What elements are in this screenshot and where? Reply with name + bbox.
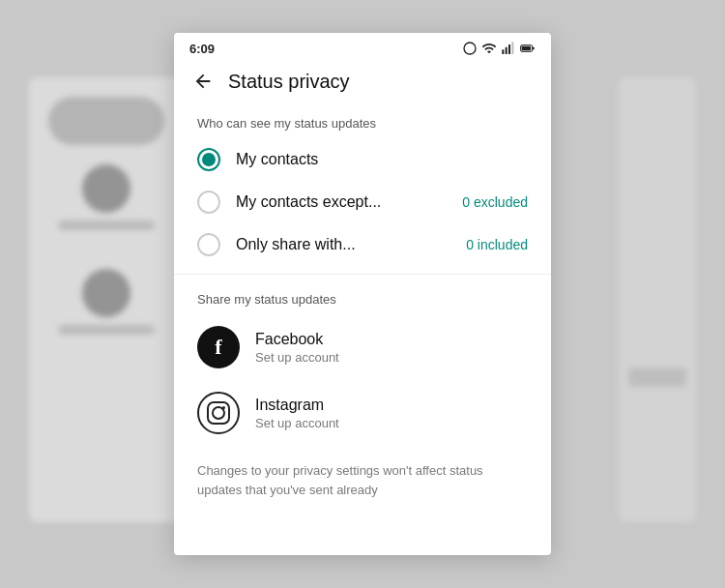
svg-rect-1 [502,49,504,54]
status-circle-icon [462,41,478,56]
back-arrow-icon [192,71,214,92]
bg-avatar-2 [82,269,130,317]
radio-inner-my-contacts [202,153,216,166]
svg-rect-3 [508,44,510,54]
battery-icon [520,41,536,56]
divider-1 [174,274,551,275]
radio-my-contacts[interactable]: My contacts [174,138,551,181]
svg-rect-2 [506,47,508,54]
footer-note: Changes to your privacy settings won't a… [174,446,551,522]
bg-item-1 [48,97,164,145]
svg-rect-7 [533,47,535,50]
radio-circle-contacts-except[interactable] [197,191,220,214]
facebook-sub: Set up account [255,350,339,365]
radio-circle-my-contacts[interactable] [197,148,220,171]
who-can-see-label: Who can see my status updates [174,106,551,138]
bg-line-2 [58,325,155,335]
status-icons [462,41,536,56]
facebook-share-item[interactable]: f Facebook Set up account [174,314,551,380]
svg-rect-6 [522,46,531,51]
instagram-name: Instagram [255,397,339,414]
bg-avatar-1 [82,164,130,213]
facebook-icon-wrap: f [197,326,240,368]
bg-line-1 [58,220,155,230]
radio-label-contacts-except: My contacts except... [236,193,381,211]
svg-point-0 [464,43,476,54]
instagram-text: Instagram Set up account [255,397,339,430]
wifi-icon [481,41,497,56]
background-right-panel [619,77,696,522]
facebook-text: Facebook Set up account [255,331,339,365]
instagram-share-item[interactable]: Instagram Set up account [174,380,551,446]
status-bar: 6:09 [174,33,551,60]
page-title: Status privacy [228,71,350,93]
background-left-panel [29,77,184,522]
badge-included: 0 included [466,237,528,252]
radio-contacts-except[interactable]: My contacts except... 0 excluded [174,181,551,223]
svg-rect-4 [511,42,513,54]
instagram-icon [207,401,230,425]
page-header: Status privacy [174,60,551,106]
badge-excluded: 0 excluded [462,194,528,210]
status-time: 6:09 [189,42,215,56]
radio-only-share[interactable]: Only share with... 0 included [174,223,551,266]
status-privacy-card: 6:09 Status privacy Who can see my statu… [174,33,551,555]
share-section-label: Share my status updates [174,282,551,314]
radio-label-my-contacts: My contacts [236,151,318,168]
instagram-icon-wrap [197,392,240,434]
instagram-sub: Set up account [255,416,339,430]
signal-bars-icon [501,41,516,56]
facebook-name: Facebook [255,331,339,348]
radio-circle-only-share[interactable] [197,233,220,256]
radio-label-only-share: Only share with... [236,236,356,253]
facebook-icon: f [215,335,221,360]
back-button[interactable] [189,68,217,95]
